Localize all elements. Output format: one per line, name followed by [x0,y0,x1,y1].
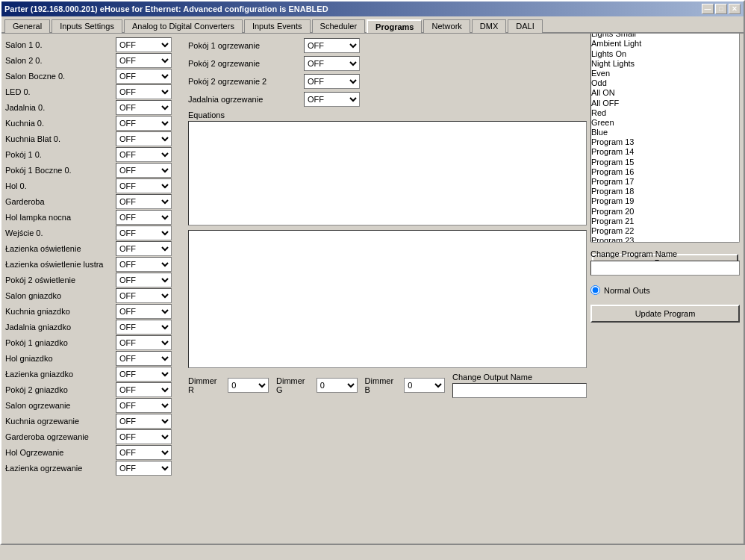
left-row-24: Kuchnia ogrzewanieOFFONToggleNo Change [5,414,184,429]
row-select-13[interactable]: OFFONToggleNo Change [116,241,172,256]
change-program-name-input[interactable] [590,261,740,276]
row-select-20[interactable]: OFFONToggleNo Change [116,351,172,366]
security-item-19: Program 20 [591,207,739,217]
update-program-button[interactable]: Update Program [590,305,740,323]
tab-inputs-settings[interactable]: Inputs Settings [52,19,122,33]
tab-scheduler[interactable]: Scheduler [312,19,366,33]
heat-select-3[interactable]: OFFONToggleNo Change [304,92,360,107]
tab-programs[interactable]: Programs [367,19,422,33]
row-select-23[interactable]: OFFONToggleNo Change [116,398,172,413]
row-select-4[interactable]: OFFONToggleNo Change [116,100,172,115]
output-name-group: Change Output Name [452,373,587,398]
change-program-name-group: Change Program Name [590,249,740,276]
row-select-10[interactable]: OFFONToggleNo Change [116,194,172,209]
security-programs-list[interactable]: Lights FullLights SmallAmbient LightLigh… [590,34,740,243]
heat-select-0[interactable]: OFFONToggleNo Change [304,38,360,53]
row-select-27[interactable]: OFFONToggleNo Change [116,461,172,476]
maximize-button[interactable]: □ [715,4,727,14]
row-select-25[interactable]: OFFONToggleNo Change [116,429,172,444]
minimize-button[interactable]: — [702,4,714,14]
dimmer-b-select[interactable]: 0123 45 [404,378,445,393]
row-label-3: LED 0. [5,87,116,96]
row-label-9: Hol 0. [5,181,116,190]
normal-outs-label: Normal Outs [604,286,650,295]
row-select-24[interactable]: OFFONToggleNo Change [116,414,172,429]
row-select-21[interactable]: OFFONToggleNo Change [116,367,172,382]
row-select-5[interactable]: OFFONToggleNo Change [116,116,172,131]
row-select-19[interactable]: OFFONToggleNo Change [116,335,172,350]
row-label-13: Łazienka oświetlenie [5,244,116,253]
security-item-15: Program 16 [591,167,739,177]
row-select-9[interactable]: OFFONToggleNo Change [116,178,172,193]
row-label-0: Salon 1 0. [5,40,116,49]
equations-textarea[interactable] [188,121,587,225]
row-select-14[interactable]: OFFONToggleNo Change [116,257,172,272]
row-select-11[interactable]: OFFONToggleNo Change [116,210,172,225]
row-label-7: Pokój 1 0. [5,150,116,159]
tab-dmx[interactable]: DMX [472,19,506,33]
heat-row-2: Pokój 2 ogrzewanie 2OFFONToggleNo Change [188,73,587,90]
left-row-14: Łazienka oświetlenie lustraOFFONToggleNo… [5,257,184,272]
output-name-input[interactable] [452,383,587,398]
tab-analog[interactable]: Analog to Digital Converters [124,19,243,33]
dimmer-r-select[interactable]: 0123 45 [228,378,269,393]
row-label-14: Łazienka oświetlenie lustra [5,260,116,269]
row-label-21: Łazienka gniazdko [5,370,116,379]
normal-outs-radio[interactable] [590,285,600,295]
security-item-13: Program 14 [591,147,739,157]
left-row-27: Łazienka ogrzewanieOFFONToggleNo Change [5,461,184,476]
row-select-1[interactable]: OFFONToggleNo Change [116,53,172,68]
tab-inputs-events[interactable]: Inputs Events [244,19,311,33]
heat-select-1[interactable]: OFFONToggleNo Change [304,56,360,71]
heat-row-3: Jadalnia ogrzewanieOFFONToggleNo Change [188,91,587,108]
tab-network[interactable]: Network [423,19,470,33]
row-select-17[interactable]: OFFONToggleNo Change [116,304,172,319]
row-select-6[interactable]: OFFONToggleNo Change [116,131,172,146]
heat-select-2[interactable]: OFFONToggleNo Change [304,74,360,89]
security-item-5: Even [591,69,739,78]
security-item-22: Program 23 [591,236,739,243]
bottom-row: Dimmer R 0123 45 Dimmer G 0123 45 Dimmer… [188,373,587,398]
heating-rows: Pokój 1 ogrzewanieOFFONToggleNo ChangePo… [188,37,587,108]
heat-label-3: Jadalnia ogrzewanie [188,95,304,104]
window-title: Parter (192.168.000.201) eHouse for Ethe… [4,4,328,13]
security-item-8: All OFF [591,99,739,108]
left-row-18: Jadalnia gniazdkoOFFONToggleNo Change [5,320,184,335]
dimmer-b-label: Dimmer B [365,376,402,394]
parse-textarea[interactable] [188,230,587,368]
row-label-10: Garderoba [5,197,116,206]
row-select-22[interactable]: OFFONToggleNo Change [116,382,172,397]
dimmer-g-select[interactable]: 0123 45 [317,378,358,393]
tab-general[interactable]: General [4,19,50,33]
close-button[interactable]: ✕ [729,4,741,14]
left-row-26: Hol OgrzewanieOFFONToggleNo Change [5,445,184,460]
row-select-18[interactable]: OFFONToggleNo Change [116,320,172,335]
row-select-8[interactable]: OFFONToggleNo Change [116,163,172,178]
equations-group: Equations [188,111,587,227]
left-row-21: Łazienka gniazdkoOFFONToggleNo Change [5,367,184,382]
row-label-6: Kuchnia Blat 0. [5,134,116,143]
dimmer-r-label: Dimmer R [188,376,225,394]
row-select-0[interactable]: OFFONToggleNo Change [116,37,172,52]
left-row-9: Hol 0.OFFONToggleNo Change [5,178,184,193]
row-label-2: Salon Boczne 0. [5,72,116,81]
security-item-3: Lights On [591,49,739,59]
row-select-2[interactable]: OFFONToggleNo Change [116,69,172,84]
security-item-1: Lights Small [591,34,739,39]
row-select-15[interactable]: OFFONToggleNo Change [116,273,172,287]
row-select-7[interactable]: OFFONToggleNo Change [116,147,172,162]
row-label-20: Hol gniazdko [5,354,116,363]
row-select-3[interactable]: OFFONToggleNo Change [116,84,172,99]
security-item-17: Program 18 [591,187,739,196]
row-select-26[interactable]: OFFONToggleNo Change [116,445,172,460]
left-row-25: Garderoba ogrzewanieOFFONToggleNo Change [5,429,184,444]
row-label-18: Jadalnia gniazdko [5,323,116,332]
row-select-16[interactable]: OFFONToggleNo Change [116,288,172,303]
dimmer-g-label: Dimmer G [276,376,314,394]
change-program-name-label: Change Program Name [590,249,740,258]
row-label-4: Jadalnia 0. [5,103,116,112]
security-item-14: Program 15 [591,158,739,167]
tab-dali[interactable]: DALI [508,19,542,33]
left-row-7: Pokój 1 0.OFFONToggleNo Change [5,147,184,162]
row-select-12[interactable]: OFFONToggleNo Change [116,225,172,240]
